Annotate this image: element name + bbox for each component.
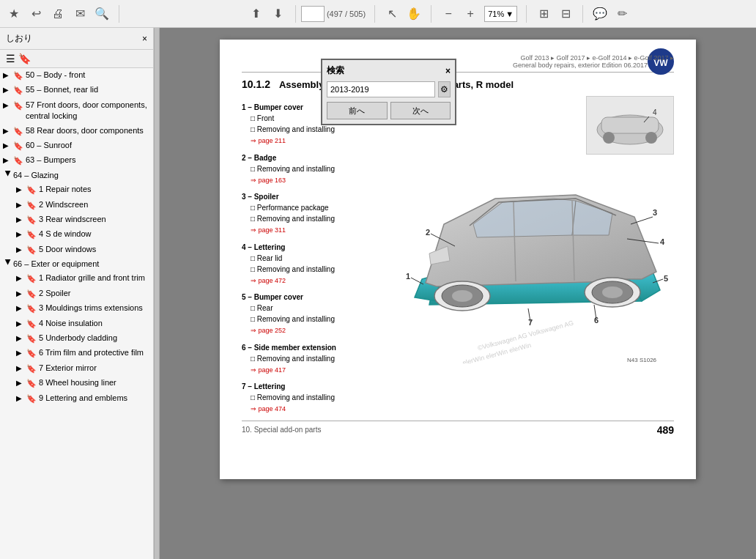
item-num-4: 4 – Lettering [242,242,388,253]
sidebar-item-side-window[interactable]: ▶ 🔖 4 S de window [12,227,153,242]
sidebar-item-label: 66 – Exter or equipment [13,259,150,270]
sidebar-item-radiator-grille[interactable]: ▶ 🔖 1 Radiator grille and front trim [12,271,153,286]
hand-tool-icon[interactable]: ✋ [406,6,422,22]
zoom-out-icon[interactable]: − [440,6,456,22]
sidebar-bookmark-icon[interactable]: 🔖 [18,53,31,64]
link-1[interactable]: ⇒ page 211 [242,135,388,147]
sidebar-item-label: 60 – Sunroof [26,140,150,151]
arrow-icon: ▶ [16,333,26,344]
sidebar-item-glazing[interactable]: ▶ 64 – Glazing [0,169,153,182]
resize-handle[interactable] [154,28,160,559]
search-next-button[interactable]: 次へ [390,102,451,119]
sidebar-item-exterior-equipment[interactable]: ▶ 66 – Exter or equipment [0,257,153,271]
link-5[interactable]: ⇒ page 252 [242,325,388,336]
search-overlay: 検索 × ⚙ 前へ 次へ [321,59,456,125]
svg-text:N43 S1026: N43 S1026 [627,357,657,363]
email-icon[interactable]: ✉ [72,6,88,22]
sidebar-item-label: 4 Noise insulation [39,318,150,329]
bookmark-icon: 🔖 [26,229,37,240]
sidebar-item-door-windows[interactable]: ▶ 🔖 5 Door windows [12,243,153,257]
separator-6 [582,5,583,23]
sidebar-item-trim-film[interactable]: ▶ 🔖 6 Trim film and protective film [12,346,153,360]
svg-text:2: 2 [426,228,430,237]
cursor-tool-icon[interactable]: ↖ [384,6,400,22]
link-6[interactable]: ⇒ page 417 [242,364,388,376]
search-gear-button[interactable]: ⚙ [438,81,451,97]
bookmark-icon[interactable]: ★ [6,6,22,22]
sidebar-item-rear-doors[interactable]: ▶ 🔖 58 Rear doors, door components [0,124,153,138]
nav-down-icon[interactable]: ⬇ [270,6,286,22]
vw-logo: VW [648,48,674,75]
svg-point-3 [603,132,615,144]
sidebar-item-lettering-emblems[interactable]: ▶ 🔖 9 Lettering and emblems [12,391,153,406]
link-4[interactable]: ⇒ page 472 [242,275,388,286]
arrow-icon: ▶ [3,100,13,111]
bookmark-icon: 🔖 [13,85,23,96]
svg-point-11 [452,290,472,302]
item-7: 7 – Lettering □ Removing and installing … [242,381,388,415]
sidebar-item-bonnet[interactable]: ▶ 🔖 55 – Bonnet, rear lid [0,83,153,97]
sidebar-item-mouldings[interactable]: ▶ 🔖 3 Mouldings trims extensions [12,301,153,316]
sidebar-item-sunroof[interactable]: ▶ 🔖 60 – Sunroof [0,138,153,153]
fit-width-icon[interactable]: ⊟ [557,6,574,22]
arrow-icon: ▶ [16,215,26,225]
sidebar-item-label: 55 – Bonnet, rear lid [26,84,150,95]
sidebar-item-windscreen[interactable]: ▶ 🔖 2 Windscreen [12,198,153,212]
footer-page: 489 [657,424,674,436]
sidebar-item-noise-insulation[interactable]: ▶ 🔖 4 Noise insulation [12,316,153,331]
sub-removing-3: □ Removing and installing [242,213,388,224]
search-buttons: 前へ 次へ [327,102,451,119]
bookmark-icon: 🔖 [26,363,37,374]
sidebar-item-spoiler[interactable]: ▶ 🔖 2 Spoiler [12,286,153,301]
zoom-in-icon[interactable]: + [462,6,478,22]
item-num-5: 5 – Bumper cover [242,292,388,303]
search-prev-button[interactable]: 前へ [327,102,388,119]
sub-rear-lid: □ Rear lid [242,253,388,264]
sidebar-item-body-front[interactable]: ▶ 🔖 50 – Body - front [0,68,153,83]
sidebar-title: しおり [6,32,32,45]
link-2[interactable]: ⇒ page 163 [242,174,388,186]
back-icon[interactable]: ↩ [28,6,44,22]
sidebar-close-icon[interactable]: × [142,34,147,44]
sidebar-item-rear-windscreen[interactable]: ▶ 🔖 3 Rear windscreen [12,212,153,227]
search-input[interactable] [327,81,435,97]
glazing-children: ▶ 🔖 1 Repair notes ▶ 🔖 2 Windscreen ▶ 🔖 … [0,182,153,257]
sidebar-item-wheel-housing[interactable]: ▶ 🔖 8 Wheel housing liner [12,376,153,390]
zoom-level-display[interactable]: 71% ▼ [484,6,517,22]
arrow-icon: ▶ [16,185,26,195]
link-7[interactable]: ⇒ page 474 [242,403,388,415]
doc-footer: 10. Special add-on parts 489 [242,421,674,436]
page-number-input[interactable]: 489 [301,6,325,22]
toolbar-center: ⬆ ⬇ 489 (497 / 505) ↖ ✋ − + 71% ▼ ⊞ ⊟ 💬 … [128,5,750,23]
item-num-2: 2 – Badge [242,152,388,163]
item-4: 4 – Lettering □ Rear lid □ Removing and … [242,242,388,286]
doc-header-sub: General body repairs, exterior Edition 0… [513,62,648,69]
sidebar-item-front-doors[interactable]: ▶ 🔖 57 Front doors, door components, cen… [0,98,153,124]
bookmark-icon: 🔖 [26,348,37,359]
sidebar-header: しおり × [0,28,153,50]
sidebar-item-label: 57 Front doors, door components, central… [26,100,150,122]
car-illustration-svg: 1 2 3 4 5 [400,158,671,363]
sidebar-item-exterior-mirror[interactable]: ▶ 🔖 7 Exterior mirror [12,361,153,376]
doc-header-text: Golf 2013 ▸ Golf 2017 ▸ e-Golf 2014 ▸ e-… [520,54,674,62]
arrow-icon: ▶ [16,319,26,329]
search-icon[interactable]: 🔍 [94,6,110,22]
nav-up-icon[interactable]: ⬆ [248,6,264,22]
sidebar-item-bumpers[interactable]: ▶ 🔖 63 – Bumpers [0,153,153,168]
zoom-dropdown-arrow[interactable]: ▼ [505,10,514,18]
arrow-icon: ▶ [16,245,26,255]
sidebar-item-underbody[interactable]: ▶ 🔖 5 Underbody cladding [12,331,153,346]
exterior-children: ▶ 🔖 1 Radiator grille and front trim ▶ 🔖… [0,271,153,406]
fit-page-icon[interactable]: ⊞ [536,6,552,22]
sidebar-menu-icon[interactable]: ☰ [6,53,15,64]
sidebar-item-repair-notes[interactable]: ▶ 🔖 1 Repair notes [12,182,153,197]
sub-removing-4: □ Removing and installing [242,264,388,275]
arrow-icon: ▶ [3,85,13,95]
link-3[interactable]: ⇒ page 311 [242,224,388,236]
comment-icon[interactable]: 💬 [592,6,608,22]
search-close-icon[interactable]: × [445,66,451,76]
print-icon[interactable]: 🖨 [50,6,66,22]
arrow-icon: ▶ [16,273,26,284]
pen-icon[interactable]: ✏ [614,6,630,22]
bookmark-icon: 🔖 [26,273,37,284]
